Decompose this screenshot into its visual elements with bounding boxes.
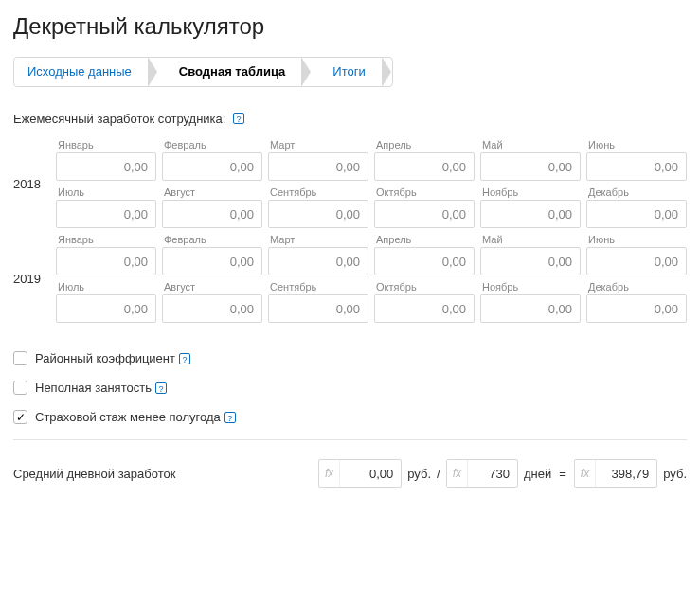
month-cell: Январь	[56, 234, 156, 275]
slash: /	[437, 467, 440, 481]
month-input[interactable]	[586, 200, 687, 228]
month-name: Февраль	[162, 234, 262, 245]
month-cell: Декабрь	[586, 186, 687, 228]
month-input[interactable]	[480, 294, 581, 323]
unit-days: дней	[524, 467, 551, 481]
month-cell: Март	[268, 234, 368, 275]
step-source[interactable]: Исходные данные	[14, 58, 149, 86]
month-cell: Февраль	[162, 234, 262, 275]
earnings-field[interactable]	[340, 460, 401, 487]
check-under6m[interactable]: Страховой стаж менее полугода ?	[13, 410, 687, 424]
month-name: Октябрь	[374, 186, 475, 198]
check-regional[interactable]: Районный коэффициент ?	[13, 351, 687, 365]
month-input[interactable]	[374, 294, 475, 323]
unit-rub: руб.	[407, 467, 431, 481]
days-field[interactable]	[468, 460, 517, 487]
step-table[interactable]: Сводная таблица	[158, 58, 302, 86]
check-label: Страховой стаж менее полугода	[35, 410, 221, 424]
month-input[interactable]	[480, 152, 581, 181]
month-cell: Июнь	[586, 234, 687, 275]
check-parttime[interactable]: Неполная занятость ?	[13, 381, 687, 395]
month-cell: Июль	[56, 186, 156, 228]
month-input[interactable]	[268, 152, 368, 181]
month-input[interactable]	[586, 247, 687, 275]
month-name: Январь	[56, 139, 156, 151]
month-name: Сентябрь	[268, 281, 368, 293]
help-icon[interactable]: ?	[233, 113, 244, 124]
checkbox-group: Районный коэффициент ? Неполная занятост…	[13, 351, 687, 424]
month-name: Август	[162, 186, 262, 198]
month-input[interactable]	[374, 200, 475, 228]
checkbox-icon	[13, 410, 27, 424]
month-input[interactable]	[586, 152, 687, 181]
month-cell: Октябрь	[374, 281, 475, 323]
month-input[interactable]	[162, 152, 262, 181]
month-input[interactable]	[374, 152, 475, 181]
month-name: Июль	[56, 186, 156, 198]
month-cell: Апрель	[374, 139, 475, 181]
month-cell: Январь	[56, 139, 156, 181]
year-label: 2019	[13, 234, 56, 323]
equals: =	[557, 467, 568, 481]
fx-icon: fx	[575, 460, 596, 487]
month-input[interactable]	[56, 294, 156, 323]
help-icon[interactable]: ?	[179, 353, 190, 364]
check-label: Неполная занятость	[35, 381, 152, 395]
help-icon[interactable]: ?	[224, 412, 236, 423]
earnings-section-text: Ежемесячный заработок сотрудника:	[13, 112, 225, 126]
month-name: Февраль	[162, 139, 262, 151]
year-label: 2018	[13, 139, 56, 228]
month-name: Август	[162, 281, 262, 293]
month-input[interactable]	[268, 294, 368, 323]
help-icon[interactable]: ?	[155, 382, 167, 394]
month-cell: Сентябрь	[268, 281, 368, 323]
month-name: Сентябрь	[268, 186, 368, 198]
step-separator	[383, 57, 392, 87]
earnings-section-label: Ежемесячный заработок сотрудника: ?	[13, 112, 687, 126]
month-name: Апрель	[374, 234, 475, 245]
month-cell: Март	[268, 139, 368, 181]
month-input[interactable]	[480, 247, 581, 275]
month-name: Март	[268, 139, 368, 151]
month-input[interactable]	[56, 200, 156, 228]
checkbox-icon	[13, 381, 27, 395]
divider	[13, 439, 687, 440]
month-input[interactable]	[586, 294, 687, 323]
month-input[interactable]	[56, 247, 156, 275]
month-cell: Июнь	[586, 139, 687, 181]
month-name: Июнь	[586, 234, 687, 245]
month-cell: Октябрь	[374, 186, 475, 228]
month-name: Декабрь	[586, 281, 687, 293]
avg-input[interactable]: fx	[574, 459, 657, 488]
earnings-grid: 2018ЯнварьФевральМартАпрельМайИюньИюльАв…	[13, 139, 687, 323]
month-name: Ноябрь	[480, 186, 581, 198]
month-name: Декабрь	[586, 186, 687, 198]
month-cell: Июль	[56, 281, 156, 323]
avg-field[interactable]	[596, 460, 656, 487]
step-nav: Исходные данные Сводная таблица Итоги	[13, 57, 393, 87]
month-name: Ноябрь	[480, 281, 581, 293]
month-name: Май	[480, 139, 581, 151]
month-cell: Декабрь	[586, 281, 687, 323]
page-title: Декретный калькулятор	[13, 13, 687, 40]
year-block: 2019ЯнварьФевральМартАпрельМайИюньИюльАв…	[13, 234, 687, 323]
fx-icon: fx	[319, 460, 340, 487]
month-cell: Ноябрь	[480, 186, 581, 228]
month-cell: Август	[162, 281, 262, 323]
month-name: Март	[268, 234, 368, 245]
month-input[interactable]	[162, 200, 262, 228]
earnings-input[interactable]: fx	[318, 459, 402, 488]
unit-rub-2: руб.	[663, 467, 687, 481]
month-cell: Апрель	[374, 234, 475, 275]
month-input[interactable]	[56, 152, 156, 181]
step-totals[interactable]: Итоги	[312, 58, 382, 86]
month-name: Апрель	[374, 139, 475, 151]
month-input[interactable]	[162, 294, 262, 323]
month-input[interactable]	[268, 200, 368, 228]
month-input[interactable]	[162, 247, 262, 275]
months-grid: ЯнварьФевральМартАпрельМайИюньИюльАвгуст…	[56, 234, 687, 323]
month-input[interactable]	[268, 247, 368, 275]
days-input[interactable]: fx	[446, 459, 518, 488]
month-input[interactable]	[480, 200, 581, 228]
month-input[interactable]	[374, 247, 475, 275]
